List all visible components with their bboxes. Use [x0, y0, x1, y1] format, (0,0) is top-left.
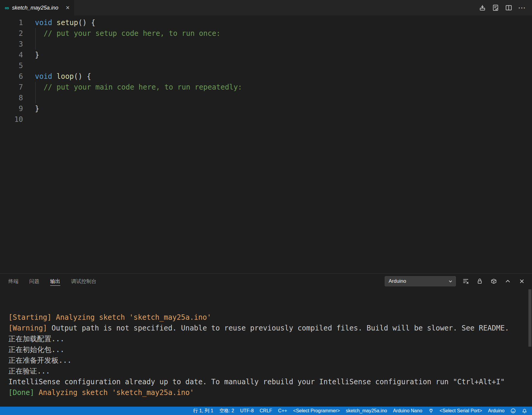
code-token-function: setup	[56, 19, 78, 27]
output-line: [Done] Analyzing sketch 'sketch_may25a.i…	[8, 387, 525, 398]
output-scrollbar[interactable]	[528, 289, 531, 347]
output-text: Analyzing sketch 'sketch_may25a.ino'	[56, 313, 211, 322]
editor-lines: 1void setup() {2 // put your setup code …	[0, 17, 532, 125]
code-line: void loop() {	[23, 71, 532, 82]
editor-line: 3	[0, 39, 532, 50]
panel-controls: Arduino	[385, 276, 526, 286]
more-actions-icon[interactable]: ⋯	[517, 3, 527, 13]
panel-tabs: 终端 问题 输出 调试控制台	[8, 274, 96, 289]
line-number: 6	[0, 71, 23, 82]
close-icon[interactable]: ×	[65, 4, 71, 12]
status-encoding[interactable]: UTF-8	[237, 407, 257, 415]
feedback-icon[interactable]	[508, 407, 519, 415]
bell-icon[interactable]	[519, 407, 530, 415]
line-number: 2	[0, 28, 23, 39]
code-token-keyword: void	[35, 72, 52, 81]
output-text: Analyzing sketch 'sketch_may25a.ino'	[39, 388, 194, 397]
status-board[interactable]: Arduino Nano	[390, 407, 425, 415]
line-number: 7	[0, 82, 23, 93]
editor-line: 1void setup() {	[0, 17, 532, 28]
split-editor-icon[interactable]	[504, 3, 513, 13]
output-content[interactable]: [Starting] Analyzing sketch 'sketch_may2…	[0, 289, 532, 407]
bottom-panel: 终端 问题 输出 调试控制台 Arduino	[0, 273, 532, 407]
scroll-lock-icon[interactable]	[476, 277, 484, 285]
status-select-programmer[interactable]: <Select Programmer>	[290, 407, 343, 415]
panel-tab-output[interactable]: 输出	[50, 274, 60, 289]
tab-bar: ∞ sketch_may25a.ino × ⋯	[0, 0, 532, 16]
code-token-plain	[52, 19, 56, 27]
code-editor[interactable]: 1void setup() {2 // put your setup code …	[0, 16, 532, 273]
status-indentation[interactable]: 空格: 2	[216, 407, 237, 415]
code-line: }	[23, 103, 532, 114]
ino-file-icon: ∞	[5, 5, 9, 11]
code-line	[23, 39, 532, 50]
clear-output-icon[interactable]	[462, 277, 470, 285]
plug-icon[interactable]	[425, 407, 437, 415]
status-select-serial-port[interactable]: <Select Serial Port>	[437, 407, 485, 415]
panel-tab-problems[interactable]: 问题	[29, 274, 39, 289]
verify-icon[interactable]	[491, 3, 500, 13]
editor-line: 8	[0, 93, 532, 103]
status-eol[interactable]: CRLF	[257, 407, 275, 415]
ellipsis-glyph: ⋯	[518, 6, 526, 10]
maximize-panel-icon[interactable]	[504, 277, 512, 285]
editor-line: 4}	[0, 50, 532, 60]
line-number: 8	[0, 93, 23, 103]
output-text: 正在加载配置...	[8, 335, 64, 343]
code-line: }	[23, 50, 532, 60]
output-channel-select[interactable]: Arduino	[385, 276, 456, 286]
code-token-comment: // put your main code here, to run repea…	[35, 83, 242, 91]
code-line: // put your setup code here, to run once…	[23, 28, 532, 39]
output-text: [Warning]	[8, 324, 52, 332]
output-line: IntelliSense configuration already up to…	[8, 376, 525, 387]
line-number: 10	[0, 114, 23, 125]
output-line: [Warning] Output path is not specified. …	[8, 323, 525, 333]
line-number: 5	[0, 60, 23, 71]
code-token-plain: () {	[74, 72, 91, 81]
code-token-plain	[52, 72, 56, 81]
indent-guide	[35, 39, 36, 50]
code-token-plain: }	[35, 104, 39, 113]
output-text: IntelliSense configuration already up to…	[8, 378, 505, 386]
output-line: 正在加载配置...	[8, 333, 525, 344]
output-line: 正在初始化包...	[8, 344, 525, 355]
code-token-keyword: void	[35, 19, 52, 27]
editor-line: 6void loop() {	[0, 71, 532, 82]
line-number: 4	[0, 50, 23, 60]
status-sketch-file[interactable]: sketch_may25a.ino	[343, 407, 390, 415]
indent-guide	[35, 28, 36, 39]
status-bar: 行 1, 列 1 空格: 2 UTF-8 CRLF C++ <Select Pr…	[0, 407, 532, 415]
output-lines: [Starting] Analyzing sketch 'sketch_may2…	[8, 312, 525, 398]
output-text: 正在初始化包...	[8, 345, 64, 354]
line-number: 3	[0, 39, 23, 50]
panel-header: 终端 问题 输出 调试控制台 Arduino	[0, 274, 532, 289]
code-token-plain: }	[35, 51, 39, 59]
indent-guide	[35, 82, 36, 93]
editor-actions: ⋯	[478, 0, 532, 16]
output-line: 正在准备开发板...	[8, 355, 525, 366]
editor-line: 10	[0, 114, 532, 125]
line-number: 9	[0, 103, 23, 114]
editor-line: 7 // put your main code here, to run rep…	[0, 82, 532, 93]
tab-sketch-may25a[interactable]: ∞ sketch_may25a.ino ×	[0, 0, 75, 16]
output-line: [Starting] Analyzing sketch 'sketch_may2…	[8, 312, 525, 323]
status-language-mode[interactable]: C++	[275, 407, 290, 415]
line-number: 1	[0, 17, 23, 28]
package-icon[interactable]	[490, 277, 498, 285]
upload-icon[interactable]	[478, 3, 487, 13]
status-cursor-position[interactable]: 行 1, 列 1	[190, 407, 217, 415]
status-arduino[interactable]: Arduino	[485, 407, 508, 415]
panel-tab-debug-console[interactable]: 调试控制台	[71, 274, 96, 289]
output-text: 正在验证...	[8, 367, 50, 375]
output-text: [Done]	[8, 388, 39, 397]
panel-tab-terminal[interactable]: 终端	[8, 274, 19, 289]
code-line	[23, 60, 532, 71]
indent-guide	[35, 93, 36, 103]
output-channel-value: Arduino	[389, 278, 406, 284]
close-panel-icon[interactable]	[518, 277, 526, 285]
output-text: Output path is not specified. Unable to …	[52, 324, 509, 332]
output-line: 正在验证...	[8, 366, 525, 376]
code-line	[23, 93, 532, 103]
code-line: void setup() {	[23, 17, 532, 28]
code-line: // put your main code here, to run repea…	[23, 82, 532, 93]
